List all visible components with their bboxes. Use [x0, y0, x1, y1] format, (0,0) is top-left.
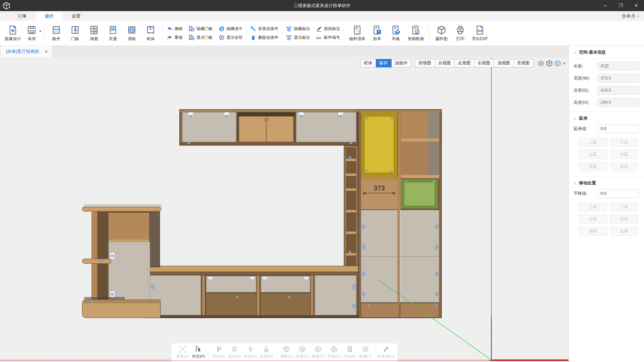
document-tab-close-icon[interactable]: ✕ [44, 49, 48, 54]
move-right-button[interactable]: 右移 [610, 215, 638, 223]
bottom-view-button[interactable]: 底视图 [514, 59, 534, 67]
panel-tool-button[interactable]: 板件 [47, 25, 66, 42]
toolbar-divider [44, 24, 44, 43]
mode-panel-button[interactable]: 板件 [376, 59, 392, 67]
mode-cabinet-button[interactable]: 柜体 [360, 59, 376, 67]
name-field[interactable] [597, 62, 639, 70]
install-connectors-button[interactable]: 安装连接件 [250, 26, 278, 32]
extend-header[interactable]: ∨ 延伸 [574, 116, 639, 124]
close-button[interactable]: ✕ [628, 0, 644, 11]
extend-right-button[interactable]: 右延 [610, 150, 638, 159]
left-view-button[interactable]: 左视图 [454, 59, 474, 67]
move-icon [247, 345, 254, 353]
patch-board-button[interactable]: 补板 [387, 25, 405, 42]
hide-doors-button[interactable]: 隐藏门板 [189, 26, 213, 32]
extend-front-button[interactable]: 前延 [579, 162, 607, 171]
show-all-button[interactable]: 显示全部 [219, 35, 243, 40]
move-up-button[interactable]: 上移 [579, 203, 607, 211]
save-button[interactable]: 保存 ▼ [22, 25, 41, 42]
edgeband-tool[interactable]: 封边(K) [342, 345, 358, 359]
print-button[interactable]: 打印 [451, 25, 470, 42]
extend-down-button[interactable]: 下延 [610, 138, 638, 147]
redo-button[interactable]: 重做 [167, 35, 183, 40]
panel-numbers-button[interactable]: NO. 板件编号 [316, 35, 340, 40]
hide-dims-button[interactable]: 隐藏标注 [286, 26, 310, 32]
view-controls: 柜体 板件 连接件 前视图 后视图 左视图 右视图 顶视图 底视图 [361, 59, 566, 67]
show-doors-button[interactable]: 显示门板 [189, 35, 213, 40]
cabinet-tool-button[interactable]: 柜体 [141, 25, 160, 42]
rotate-tool[interactable]: 旋转(R) [227, 345, 243, 359]
height-field[interactable] [597, 98, 639, 107]
chamfer-tool[interactable]: 倒角(J) [279, 345, 295, 359]
align-tool[interactable]: 对齐(A) [211, 345, 227, 359]
space-highlight-green[interactable] [401, 179, 438, 209]
document-tab[interactable]: [拆单]客厅电视柜 ✕ [1, 46, 52, 57]
extend-tool[interactable]: 延伸(D) [258, 345, 274, 359]
basic-info-header[interactable]: ∨ 空间-基本信息 [574, 50, 639, 59]
pencil-icon [316, 26, 322, 32]
right-view-button[interactable]: 右视图 [474, 59, 494, 67]
render-mode-caret-icon[interactable]: ▼ [563, 62, 566, 65]
split-button[interactable]: 拆单 [368, 25, 387, 42]
role-dropdown[interactable]: 拆单员 ∨ [622, 11, 639, 21]
render-wireframe-cube-icon[interactable] [546, 60, 553, 67]
render-glass-cube-icon[interactable] [554, 60, 561, 67]
right-tall-cabinet[interactable]: 373 [358, 110, 441, 318]
rail-tool-button[interactable]: 衣通 [103, 25, 122, 42]
notch-tool[interactable]: 开缺(O) [326, 345, 342, 359]
door-tool-button[interactable]: 门板 [66, 25, 85, 42]
explode-view-button[interactable]: 爆炸图 [432, 25, 451, 42]
left-tower-cabinet[interactable] [82, 205, 161, 318]
render-solid-cube-icon[interactable] [538, 60, 544, 67]
move-value-field[interactable] [597, 189, 639, 198]
scene-canvas[interactable]: 373 [0, 57, 569, 362]
material-brush-tool[interactable]: 材质刷(G) [378, 345, 394, 359]
save-dropdown-caret-icon[interactable]: ▼ [39, 30, 42, 33]
selected-space-highlight[interactable] [361, 112, 397, 177]
new-design-button[interactable]: 新建设计 [3, 25, 22, 42]
thickness-icon [362, 345, 369, 353]
winerack-tool-button[interactable]: 酒格 [122, 25, 141, 42]
front-view-button[interactable]: 前视图 [415, 59, 435, 67]
move-header[interactable]: ∨ 移动位置 [574, 180, 639, 189]
export-dxf-button[interactable]: DXF 导出DXF [470, 25, 490, 42]
height-label: 高度(H): [574, 100, 597, 105]
move-left-button[interactable]: 左移 [579, 215, 607, 223]
tv-bench-cabinet[interactable] [146, 266, 358, 318]
basic-info-title: 空间-基本信息 [579, 50, 606, 55]
shape-tool[interactable]: 造形(X) [295, 345, 310, 359]
bom-button[interactable]: 物料清单 [347, 25, 368, 42]
focus-tool[interactable]: 聚焦(F) [175, 345, 191, 359]
move-back-button[interactable]: 后移 [610, 227, 638, 236]
hide-selected-button[interactable]: 隐藏选中 [219, 26, 243, 32]
menu-tab-settings[interactable]: 设置 [63, 11, 90, 21]
middle-shelf-column[interactable] [344, 145, 358, 271]
undo-button[interactable]: 撤销 [167, 26, 183, 32]
extend-left-button[interactable]: 左延 [579, 150, 607, 159]
mode-connector-button[interactable]: 连接件 [391, 59, 411, 67]
cabinet-icon [146, 25, 156, 35]
thickness-tool[interactable]: 板厚(Y) [358, 345, 374, 359]
restore-tool-label: 恢复(T) [312, 354, 325, 359]
extend-up-button[interactable]: 上延 [579, 138, 607, 147]
move-front-button[interactable]: 前移 [579, 227, 607, 236]
top-view-button[interactable]: 顶视图 [494, 59, 514, 67]
face-dims-button[interactable]: 面面标注 [316, 26, 340, 32]
restore-tool[interactable]: 恢复(T) [310, 345, 326, 359]
smart-check-button[interactable]: 智能检测 [405, 25, 426, 42]
menu-tab-design[interactable]: 设计 [36, 11, 63, 21]
inner-space-tool[interactable]: 内空(P) [191, 345, 207, 359]
depth-field[interactable] [597, 86, 639, 95]
minimize-button[interactable]: ─ [597, 0, 613, 11]
width-field[interactable] [597, 74, 639, 83]
extend-value-field[interactable] [597, 124, 639, 133]
show-dims-button[interactable]: 显示标注 [286, 35, 310, 40]
delete-connectors-button[interactable]: 删除连接件 [250, 35, 278, 40]
menu-tab-orders[interactable]: 订单 [9, 11, 36, 21]
maximize-button[interactable]: ❐ [613, 0, 628, 11]
move-tool[interactable]: 移动(V) [243, 345, 258, 359]
move-down-button[interactable]: 下移 [610, 203, 638, 211]
back-view-button[interactable]: 后视图 [435, 59, 455, 67]
extend-back-button[interactable]: 后延 [610, 162, 638, 171]
drawer-tool-button[interactable]: 抽屉 [85, 25, 103, 42]
